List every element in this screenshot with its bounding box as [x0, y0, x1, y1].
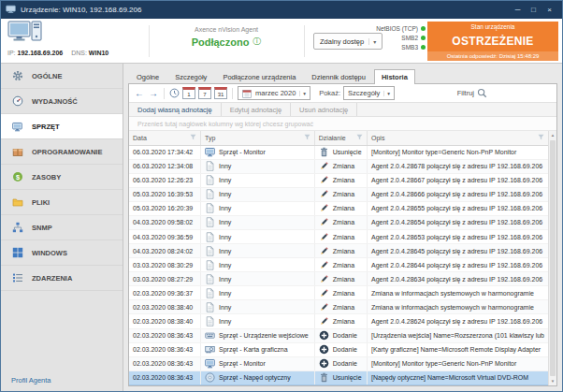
week-view-button[interactable]: 7: [198, 87, 211, 99]
sidebar-item-label: OGÓLNE: [32, 72, 63, 80]
sidebar-item-pliki[interactable]: PLIKI: [1, 190, 123, 215]
cell-type-label: Inny: [219, 234, 231, 240]
show-mode-select[interactable]: Szczegóły ▾: [343, 86, 395, 100]
table-row[interactable]: 04.03.2020 09:36:59InnyZmianaAgent 2.0.4…: [129, 229, 548, 243]
trash-icon: [319, 147, 329, 157]
computer-icon: [7, 33, 43, 49]
document-icon: [205, 302, 215, 312]
cell-action-label: Zmiana: [333, 276, 354, 283]
cell-type-label: Inny: [219, 191, 231, 197]
column-header-opis[interactable]: Opis: [368, 131, 549, 145]
cell-type-label: Sprzęt - Karta graficzna: [219, 346, 288, 353]
table-row[interactable]: 02.03.2020 08:36:43Sprzęt - MonitorDodan…: [129, 356, 548, 370]
sidebar-item-sprzet[interactable]: SPRZĘT: [1, 114, 123, 139]
table-row[interactable]: 02.03.2020 08:36:43Sprzęt - Urządzenie w…: [129, 328, 548, 342]
document-icon: [205, 189, 215, 199]
protocol-smb2: SMB2: [375, 35, 426, 41]
folder-icon: [11, 196, 23, 209]
cell-date: 04.03.2020 09:36:59: [129, 229, 201, 243]
tab-dziennik-dostepu[interactable]: Dziennik dostępu: [304, 69, 373, 84]
device-identity: IP: 192.168.69.206 DNS: WIN10: [7, 21, 115, 56]
scroll-down-icon[interactable]: ▼: [549, 377, 556, 385]
table-row[interactable]: 06.03.2020 12:26:23InnyZmianaAgent 2.0.4…: [129, 173, 548, 187]
table-row[interactable]: 03.03.2020 08:30:29InnyZmianaAgent 2.0.4…: [129, 258, 548, 272]
pencil-icon: [319, 175, 329, 185]
table-row[interactable]: 02.03.2020 08:38:40InnyZmianaZmiana w in…: [129, 300, 548, 314]
column-header-typ[interactable]: Typ: [201, 131, 315, 145]
month-view-button[interactable]: 31: [214, 87, 227, 99]
date-range-select[interactable]: marzec 2020 ▾: [238, 86, 310, 100]
pencil-icon: [319, 302, 329, 312]
forward-arrow-icon[interactable]: →: [148, 89, 159, 98]
gear-icon: [11, 70, 23, 82]
scroll-up-icon[interactable]: ▲: [549, 131, 556, 139]
protocol-netbios-tcp: NetBIOS (TCP): [375, 25, 426, 32]
table-row[interactable]: 02.03.2020 08:36:43Sprzęt - Karta grafic…: [129, 342, 548, 356]
edit-annotation-link[interactable]: Edytuj adnotację: [222, 103, 291, 116]
sidebar-item-label: ZASOBY: [32, 173, 61, 181]
table-row[interactable]: 05.03.2020 16:39:53InnyZmianaAgent 2.0.4…: [129, 187, 548, 201]
close-icon[interactable]: ×: [541, 4, 557, 17]
column-header-data[interactable]: Data: [129, 131, 201, 145]
cell-action-label: Zmiana: [333, 304, 354, 311]
table-row[interactable]: 02.03.2020 08:36:43Sprzęt - Napęd optycz…: [129, 370, 548, 385]
table-row[interactable]: 06.03.2020 12:34:08InnyZmianaAgent 2.0.4…: [129, 159, 548, 173]
divider: [164, 88, 165, 99]
cell-type-label: Sprzęt - Napęd optyczny: [219, 374, 291, 381]
filter-funnel-icon[interactable]: [304, 134, 310, 141]
scroll-thumb[interactable]: [550, 140, 556, 376]
divider: [304, 25, 305, 57]
cell-desc: Zmiana w informacjach systemowych w harm…: [368, 300, 549, 314]
table-row[interactable]: 03.03.2020 08:27:29InnyZmianaAgent 2.0.4…: [129, 272, 548, 286]
tab-podlaczone-urzadzenia[interactable]: Podłączone urządzenia: [215, 69, 303, 84]
filter-funnel-icon[interactable]: [190, 134, 196, 141]
table-row[interactable]: 02.03.2020 09:36:37InnyZmianaZmiana w in…: [129, 286, 548, 300]
table-row[interactable]: 02.03.2020 08:38:40InnyZmianaAgent 2.0.4…: [129, 314, 548, 328]
tab-historia[interactable]: Historia: [374, 69, 415, 84]
chevron-down-icon: ▾: [383, 91, 390, 96]
tab-ogolne[interactable]: Ogólne: [129, 69, 166, 84]
maximize-icon[interactable]: □: [526, 4, 541, 17]
table-row[interactable]: 05.03.2020 16:20:39InnyZmianaAgent 2.0.4…: [129, 201, 548, 215]
info-icon[interactable]: ⓘ: [253, 36, 261, 48]
back-arrow-icon[interactable]: ←: [134, 89, 145, 98]
filter-funnel-icon[interactable]: [538, 134, 544, 141]
agent-profile-link[interactable]: Profil Agenta: [1, 370, 123, 391]
delete-annotation-link[interactable]: Usuń adnotację: [291, 103, 357, 116]
pencil-icon: [319, 274, 329, 284]
day-view-button[interactable]: 1: [182, 87, 195, 99]
sidebar-item-snmp[interactable]: SNMP: [1, 215, 123, 240]
clock-icon[interactable]: [169, 88, 180, 98]
filter-funnel-icon[interactable]: [356, 134, 363, 141]
cell-desc: Agent 2.0.4.28678 połączył się z adresu …: [368, 159, 549, 173]
cell-type-label: Inny: [219, 219, 231, 225]
cell-type: Inny: [201, 244, 315, 258]
table-row[interactable]: 04.03.2020 08:24:02InnyZmianaAgent 2.0.4…: [129, 244, 548, 258]
add-annotation-link[interactable]: Dodaj własną adnotację: [129, 103, 222, 116]
column-header-dzialanie[interactable]: Działanie: [314, 131, 367, 145]
sidebar-item-ogolne[interactable]: OGÓLNE: [1, 64, 123, 89]
remote-access-button[interactable]: Zdalny dostęp ▾: [313, 33, 383, 50]
sidebar-item-windows[interactable]: WINDOWS: [1, 240, 123, 266]
history-table: Data Typ Działanie Opis 06.03.2020 17:34…: [129, 131, 548, 385]
sidebar-item-zasoby[interactable]: $ZASOBY: [1, 165, 123, 190]
cell-type-label: Inny: [219, 248, 231, 254]
sidebar-item-zdarzenia[interactable]: ZDARZENIA: [1, 266, 123, 291]
dns-label: DNS:: [71, 50, 87, 56]
cell-date: 05.03.2020 16:39:53: [129, 187, 201, 201]
table-row[interactable]: 06.03.2020 17:34:42Sprzęt - MonitorUsuni…: [129, 145, 548, 159]
search-icon[interactable]: [477, 88, 487, 98]
document-icon: [205, 175, 215, 185]
cell-date: 02.03.2020 08:36:43: [129, 370, 201, 385]
sidebar-item-oprogramowanie[interactable]: OPROGRAMOWANIE: [1, 139, 123, 165]
document-icon: [205, 203, 215, 213]
pencil-icon: [319, 260, 329, 270]
vertical-scrollbar[interactable]: ▲ ▼: [548, 131, 556, 385]
sidebar-item-wydajnosc[interactable]: WYDAJNOŚĆ: [1, 89, 123, 114]
table-row[interactable]: 04.03.2020 09:58:02InnyZmianaAgent 2.0.4…: [129, 215, 548, 229]
monitor-icon: [205, 147, 215, 157]
tab-szczegoly[interactable]: Szczegóły: [167, 69, 214, 84]
minimize-icon[interactable]: ─: [510, 4, 526, 17]
show-mode-value: Szczegóły: [348, 89, 380, 97]
show-label: Pokaż:: [319, 89, 340, 97]
